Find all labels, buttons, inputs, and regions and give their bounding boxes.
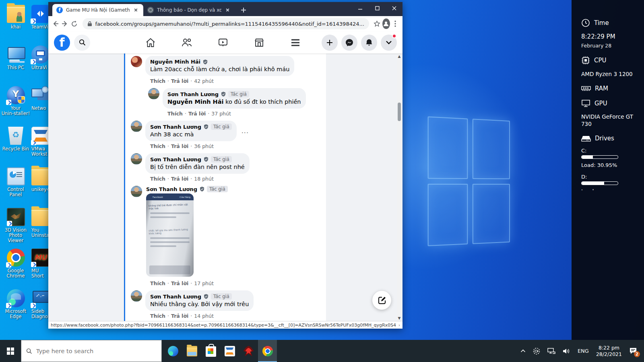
desktop-icon[interactable]: Google Chrome — [1, 247, 31, 288]
desktop-icon[interactable]: You Uninstal — [30, 206, 51, 247]
url-text[interactable]: facebook.com/groups/gamemuhanoi/?multi_p… — [95, 21, 364, 27]
address-bar[interactable]: facebook.com/groups/gamemuhanoi/?multi_p… — [83, 18, 369, 29]
window-maximize-button[interactable] — [369, 2, 386, 14]
reply-link[interactable]: Trả lời — [171, 78, 188, 84]
gpu-section-title: GPU — [594, 100, 607, 107]
desktop-icon[interactable]: Recycle Bin — [1, 125, 31, 166]
forward-button[interactable] — [61, 18, 69, 29]
create-post-button[interactable] — [322, 35, 338, 51]
like-link[interactable]: Thích — [167, 111, 183, 117]
desktop-icon[interactable]: khai — [1, 3, 31, 44]
comment-author[interactable]: Nguyễn Minh Hải — [150, 59, 200, 65]
friends-tab[interactable] — [181, 37, 192, 48]
desktop-icon[interactable]: TeamVi — [30, 3, 51, 44]
watch-tab[interactable] — [217, 37, 229, 48]
desktop-icon[interactable]: unikey43 — [30, 166, 51, 206]
comment-time-link[interactable]: 18 phút — [194, 176, 214, 182]
tab-close-icon[interactable] — [133, 7, 139, 13]
desktop-icon[interactable]: Your Unin-staller! — [1, 84, 31, 125]
taskbar-search-box[interactable] — [21, 340, 162, 362]
taskbar-clock[interactable]: 8:22 pm 28/2/2021 — [593, 340, 625, 362]
menu-tab[interactable] — [290, 37, 301, 48]
reply-link[interactable]: Trả lời — [171, 313, 188, 319]
comment-options-icon[interactable]: ... — [242, 127, 249, 135]
tab-close-icon[interactable] — [225, 7, 231, 13]
separator: · — [190, 313, 192, 319]
avatar[interactable] — [131, 290, 142, 302]
like-link[interactable]: Thích — [150, 143, 165, 149]
avatar[interactable] — [148, 88, 159, 99]
desktop-icon[interactable]: MU Short — [30, 247, 51, 288]
home-tab[interactable] — [145, 37, 156, 48]
search-input[interactable] — [36, 348, 157, 354]
desktop-icon[interactable]: Sideb Diagno — [30, 288, 51, 328]
comment-time-link[interactable]: 36 phút — [194, 143, 214, 149]
avatar[interactable] — [131, 186, 142, 197]
language-indicator[interactable]: ENG — [575, 340, 592, 362]
facebook-logo[interactable] — [54, 35, 70, 51]
browser-tab-inactive[interactable]: Thông báo - Dọn dẹp và xoá acc — [143, 4, 235, 16]
messenger-button[interactable] — [341, 35, 357, 51]
browser-menu-icon[interactable] — [392, 18, 400, 29]
meet-now-icon[interactable] — [530, 340, 543, 362]
marketplace-tab[interactable] — [254, 37, 265, 48]
like-link[interactable]: Thích — [150, 78, 165, 84]
reply-link[interactable]: Trả lời — [171, 176, 188, 182]
desktop-icon[interactable]: UltraVi — [30, 44, 51, 84]
desktop-icon[interactable]: Control Panel — [1, 166, 31, 206]
taskbar-app-button[interactable] — [239, 340, 258, 362]
like-link[interactable]: Thích — [150, 176, 165, 182]
avatar[interactable] — [131, 121, 142, 132]
network-icon[interactable] — [545, 340, 558, 362]
scrollbar-thumb[interactable] — [398, 103, 401, 121]
facebook-search-button[interactable] — [74, 35, 90, 51]
page-scrollbar[interactable]: ▲ ▼ — [397, 53, 402, 321]
scroll-down-icon[interactable]: ▼ — [397, 316, 401, 320]
tray-chevron-icon[interactable] — [518, 340, 528, 362]
mention-link[interactable]: Nguyễn Minh Hải — [167, 99, 223, 105]
window-close-button[interactable] — [386, 2, 402, 14]
account-menu-button[interactable] — [381, 35, 397, 51]
reload-button[interactable] — [70, 18, 78, 29]
comment-time-link[interactable]: 14 phút — [194, 313, 214, 319]
comment-author[interactable]: Sơn Thanh Lương — [150, 156, 201, 162]
comment-author[interactable]: Sơn Thanh Lương — [150, 124, 201, 130]
scroll-up-icon[interactable]: ▲ — [397, 54, 401, 58]
comment-author[interactable]: Sơn Thanh Lương — [146, 186, 197, 192]
taskbar-app-button[interactable] — [220, 340, 239, 362]
like-link[interactable]: Thích — [150, 280, 165, 286]
desktop-icon[interactable]: Netwo — [30, 84, 51, 125]
comment-author[interactable]: Sơn Thanh Lương — [150, 294, 201, 300]
volume-icon[interactable] — [560, 340, 573, 362]
bookmark-star-icon[interactable] — [373, 18, 381, 29]
notifications-button[interactable] — [361, 35, 377, 51]
comment-time-link[interactable]: 37 phút — [211, 111, 231, 117]
comment-photo[interactable]: Facebook Cửa Hàng không thể thẻ được chỉ… — [146, 193, 194, 277]
desktop-icon[interactable]: This PC — [1, 44, 31, 84]
comment-author[interactable]: Sơn Thanh Lương — [167, 91, 219, 97]
action-center-button[interactable]: 2 — [626, 340, 640, 362]
back-button[interactable] — [52, 18, 60, 29]
start-button[interactable] — [0, 340, 21, 362]
compose-post-fab[interactable] — [372, 291, 391, 310]
desktop-icon[interactable]: VMwa Workst — [30, 125, 51, 166]
comment-time-link[interactable]: 17 phút — [194, 280, 214, 286]
reply-link[interactable]: Trả lời — [171, 143, 188, 149]
comment-time-link[interactable]: 42 phút — [194, 78, 214, 84]
browser-tab-active[interactable]: Game MU Hà Nội (Gamethuvn.ne — [52, 4, 143, 16]
desktop-icon[interactable]: Microsoft Edge — [1, 288, 31, 328]
reply-link[interactable]: Trả lời — [171, 280, 188, 286]
taskbar-app-button[interactable] — [163, 340, 182, 362]
taskbar-app-button[interactable] — [258, 340, 277, 362]
new-tab-button[interactable] — [238, 5, 249, 15]
browser-titlebar[interactable]: Game MU Hà Nội (Gamethuvn.ne Thông báo -… — [48, 2, 402, 16]
desktop-icon[interactable]: 3D Vision Photo Viewer — [1, 206, 31, 247]
browser-profile-avatar[interactable] — [382, 19, 390, 29]
window-minimize-button[interactable] — [352, 2, 369, 14]
taskbar-app-button[interactable] — [182, 340, 201, 362]
like-link[interactable]: Thích — [150, 313, 165, 319]
reply-link[interactable]: Trả lời — [188, 111, 206, 117]
avatar[interactable] — [131, 153, 142, 165]
taskbar-app-button[interactable] — [201, 340, 220, 362]
avatar[interactable] — [131, 56, 142, 67]
